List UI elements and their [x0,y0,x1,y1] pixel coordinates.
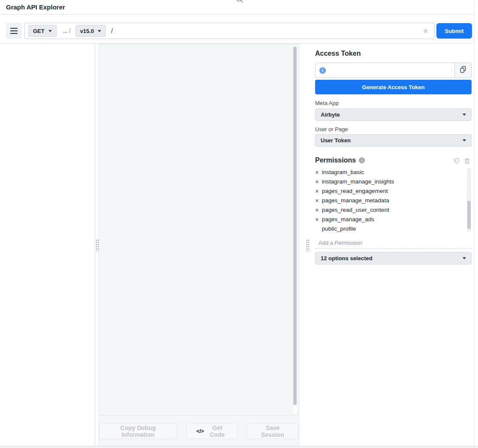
remove-permission-icon[interactable]: × [315,178,319,185]
trash-icon[interactable] [464,158,470,165]
remove-permission-icon[interactable]: × [315,216,319,222]
copy-debug-information-button[interactable]: Copy Debug Information [99,423,177,439]
permissions-list: × instagram_basic × instagram_manage_ins… [315,167,472,234]
chevron-down-icon [463,257,466,259]
permission-label: pages_read_user_content [322,207,389,213]
top-header-bar: Graph API Explorer [0,0,478,15]
search-icon[interactable] [235,0,244,4]
save-session-label: Save Session [257,424,289,438]
response-panel [99,44,299,416]
response-scrollbar-track[interactable] [292,45,298,414]
response-footer-bar: Copy Debug Information </> Get Code Save… [99,416,299,446]
user-or-page-selected-value: User Token [321,137,351,144]
get-code-label: Get Code [207,424,227,438]
user-or-page-select[interactable]: User Token [315,134,472,147]
permissions-actions [453,158,470,165]
request-path[interactable]: / [111,27,113,34]
panel-resize-handle-right[interactable] [306,239,309,251]
menu-button[interactable] [6,23,22,39]
code-icon: </> [196,428,204,434]
path-prefix-slash: / [69,27,71,34]
meta-app-select[interactable]: Airbyte [315,108,472,121]
meta-app-label: Meta App [315,100,472,106]
generate-access-token-button[interactable]: Generate Access Token [315,80,472,94]
copy-icon [459,66,467,75]
remove-permission-icon[interactable]: × [315,188,319,194]
access-token-field-group: i : [315,63,472,78]
left-sidebar-panel [0,44,95,446]
bottom-edge-strip [0,446,478,448]
token-masked-indicator: : [452,68,453,73]
arrow-icon: → [61,27,68,35]
undo-icon[interactable] [453,158,460,165]
hamburger-icon [10,28,18,29]
remove-permission-icon[interactable]: × [315,169,319,175]
permissions-header: Permissions i [315,156,472,164]
save-session-button[interactable]: Save Session [247,423,299,439]
chevron-down-icon [98,30,101,32]
remove-permission-icon[interactable]: × [315,207,319,213]
permission-label: instagram_basic [322,169,364,175]
panel-resize-handle-left[interactable] [96,239,99,251]
info-icon[interactable]: i [319,67,326,74]
access-token-heading: Access Token [315,50,472,57]
access-token-sidebar: Access Token i : Generate Access Token M… [310,44,474,446]
http-method-dropdown[interactable]: GET [28,25,57,37]
submit-button[interactable]: Submit [436,23,472,39]
chevron-down-icon [48,30,52,32]
window-scrollbar[interactable] [474,0,478,446]
chevron-down-icon [463,114,466,116]
permission-label: public_profile [322,226,356,232]
permissions-scrollbar-thumb[interactable] [467,201,471,229]
http-method-label: GET [33,28,45,34]
add-permission-placeholder: Add a Permission [319,240,362,246]
permission-item: × pages_read_user_content [315,205,472,214]
permission-label: pages_read_engagement [322,188,388,194]
api-version-label: v15.0 [80,28,94,34]
access-token-input[interactable] [326,63,452,78]
permissions-heading: Permissions [315,156,356,164]
user-or-page-label: User or Page [315,126,472,132]
options-selected-value: 12 options selected [321,255,373,262]
chevron-down-icon [463,139,466,141]
info-icon[interactable]: i [359,157,365,163]
request-toolbar: GET → / v15.0 / ★ Submit [0,15,478,44]
add-permission-field[interactable]: Add a Permission [315,238,472,249]
remove-permission-icon[interactable]: × [315,197,319,204]
permission-label: pages_manage_ads [322,216,374,222]
permission-item: × public_profile [315,224,472,233]
star-favorite-icon[interactable]: ★ [422,27,429,35]
permission-label: instagram_manage_insights [322,178,394,185]
permission-item: × instagram_basic [315,167,472,177]
copy-debug-label: Copy Debug Information [109,424,167,438]
permission-item: × pages_manage_metadata [315,195,472,205]
meta-app-selected-value: Airbyte [321,111,340,118]
page-title: Graph API Explorer [6,3,65,11]
permission-item: × instagram_manage_insights [315,177,472,186]
get-code-button[interactable]: </> Get Code [186,423,237,439]
response-scrollbar-thumb[interactable] [293,47,297,405]
permission-label: pages_manage_metadata [322,197,389,204]
request-url-bar[interactable]: GET → / v15.0 / ★ [24,23,435,39]
permission-item: × pages_manage_ads [315,214,472,224]
copy-token-button[interactable] [454,63,471,78]
api-version-dropdown[interactable]: v15.0 [75,25,106,37]
permissions-options-select[interactable]: 12 options selected [315,252,472,265]
permission-item: × pages_read_engagement [315,186,472,195]
